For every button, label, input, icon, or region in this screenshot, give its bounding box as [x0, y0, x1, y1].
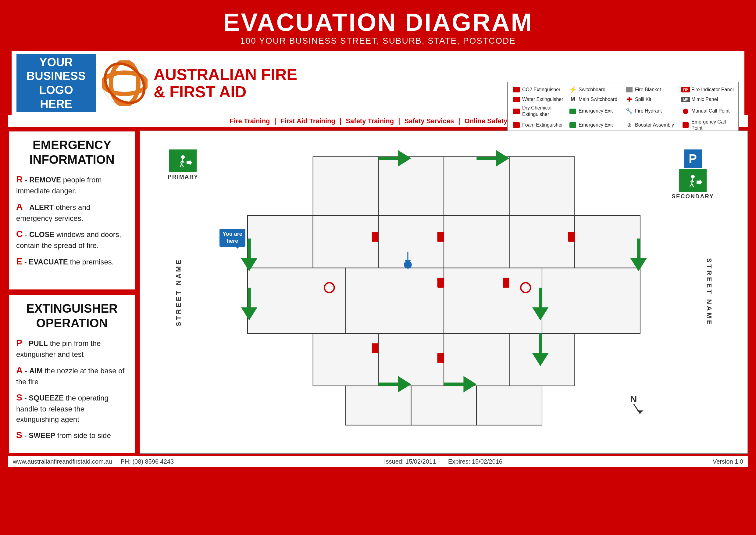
main-switchboard-icon: M: [569, 95, 577, 104]
svg-rect-54: [372, 343, 378, 353]
floor-plan-svg: N: [155, 140, 732, 435]
legend-fire-hydrant: 🔧 Fire Hydrant: [625, 105, 678, 118]
extinguisher-info-box: EXTINGUISHEROPERATION P - PULL the pin f…: [8, 294, 136, 454]
footer-website: www.australianfireandfirstaid.com.au PH:…: [13, 458, 174, 465]
svg-rect-53: [503, 278, 509, 288]
floor-plan: N: [155, 140, 732, 435]
race-a: A - ALERT others and emergency services.: [16, 200, 128, 224]
legend-foam-ext: Foam Extinguisher: [512, 119, 565, 132]
svg-rect-34: [313, 333, 379, 386]
dry-chem-icon: [512, 107, 521, 116]
extinguisher-title: EXTINGUISHEROPERATION: [16, 301, 128, 330]
svg-rect-39: [411, 386, 477, 425]
expires-date: Expires: 15/02/2016: [448, 458, 502, 465]
legend-main-switchboard: M Main Switchboard: [569, 95, 621, 104]
race-r: R - REMOVE people from immediate danger.: [16, 173, 128, 196]
svg-rect-38: [346, 386, 411, 425]
footer: www.australianfireandfirstaid.com.au PH:…: [8, 456, 748, 467]
issued-date: Issued: 15/02/2011: [384, 458, 436, 465]
svg-rect-22: [444, 157, 509, 216]
co2-icon: [512, 85, 521, 94]
page-title: EVACUATION DIAGRAM: [10, 10, 746, 35]
legend-emerg-exit1: Emergency Exit: [569, 105, 621, 118]
mimic-panel-icon: MP: [681, 95, 690, 104]
svg-rect-26: [378, 216, 444, 268]
emergency-info-box: EMERGENCYINFORMATION R - REMOVE people f…: [8, 130, 136, 290]
svg-rect-55: [438, 353, 444, 363]
svg-point-3: [102, 60, 148, 106]
svg-text:N: N: [631, 394, 637, 404]
fire-hydrant-icon: 🔧: [625, 107, 634, 116]
legend-fire-blanket: Fire Blanket: [625, 85, 678, 94]
main-content: EMERGENCYINFORMATION R - REMOVE people f…: [8, 130, 748, 454]
fip-icon: FIP: [681, 85, 690, 94]
legend-co2: CO2 Extinguisher: [512, 85, 565, 94]
legend-dry-chem: Dry Chemical Extinguisher: [512, 105, 565, 118]
svg-rect-28: [509, 216, 575, 268]
manual-call-icon: [681, 107, 690, 116]
legend-switchboard: ⚡ Switchboard: [569, 85, 621, 94]
svg-rect-33: [542, 268, 640, 334]
north-arrow-graphic: N: [631, 394, 643, 414]
svg-rect-21: [378, 157, 444, 216]
map-area: STREET NAME STREET NAME: [140, 130, 748, 454]
svg-rect-20: [313, 157, 379, 216]
pass-s1: S - SQUEEZE the operating handle to rele…: [16, 391, 128, 424]
svg-rect-32: [444, 268, 542, 334]
header: EVACUATION DIAGRAM 100 YOUR BUSINESS STR…: [4, 4, 752, 48]
svg-rect-50: [372, 232, 378, 242]
svg-rect-30: [248, 268, 346, 334]
race-e: E - EVACUATE the premises.: [16, 255, 128, 268]
legend-manual-call: Manual Call Point: [681, 105, 734, 118]
emerg-call-icon: [681, 121, 690, 129]
svg-rect-24: [248, 216, 313, 268]
page-subtitle: 100 YOUR BUSINESS STREET, SUBURB, STATE,…: [10, 36, 746, 46]
logo-placeholder: YOUR BUSINESS LOGO HERE: [16, 54, 96, 112]
foam-ext-icon: [512, 121, 521, 129]
legend-fip: FIP Fire Indicator Panel: [681, 85, 734, 94]
logo-row: YOUR BUSINESS LOGO HERE AUSTRALIAN FIRE …: [12, 51, 744, 115]
version: Version 1.0: [713, 458, 743, 465]
svg-rect-27: [444, 216, 509, 268]
water-ext-icon: [512, 95, 521, 104]
svg-marker-64: [637, 410, 643, 414]
emerg-exit1-icon: [569, 107, 577, 116]
legend-mimic-panel: MP Mimic Panel: [681, 95, 734, 104]
pass-p: P - PULL the pin from the extinguisher a…: [16, 336, 128, 360]
svg-point-59: [404, 261, 412, 269]
emerg-exit2-icon: [569, 121, 577, 129]
legend-emerg-call: Emergency Call Point: [681, 119, 734, 132]
switchboard-icon: ⚡: [569, 85, 577, 94]
svg-rect-29: [575, 216, 640, 268]
emergency-info-title: EMERGENCYINFORMATION: [16, 138, 128, 167]
spill-kit-icon: ✚: [625, 95, 634, 104]
legend-emerg-exit2: Emergency Exit: [569, 119, 621, 132]
svg-rect-23: [509, 157, 575, 216]
svg-rect-36: [444, 333, 509, 386]
svg-rect-51: [438, 232, 444, 242]
fire-blanket-icon: [625, 85, 634, 94]
legend-spill-kit: ✚ Spill Kit: [625, 95, 678, 104]
brand-text: AUSTRALIAN FIRE & FIRST AID: [154, 66, 297, 101]
svg-rect-31: [346, 268, 444, 334]
you-are-here-bubble: You arehere: [220, 229, 245, 247]
left-panel: EMERGENCYINFORMATION R - REMOVE people f…: [8, 130, 136, 454]
svg-rect-40: [476, 386, 542, 425]
svg-rect-52: [438, 278, 444, 288]
svg-rect-35: [378, 333, 444, 386]
pass-a: A - AIM the nozzle at the base of the fi…: [16, 364, 128, 387]
outer-border: EVACUATION DIAGRAM 100 YOUR BUSINESS STR…: [2, 2, 754, 533]
race-c: C - CLOSE windows and doors, contain the…: [16, 228, 128, 251]
pass-s2: S - SWEEP from side to side: [16, 429, 128, 441]
footer-dates: Issued: 15/02/2011 Expires: 15/02/2016: [384, 458, 502, 465]
svg-rect-25: [313, 216, 379, 268]
legend-booster: ⊕ Booster Assembly: [625, 119, 678, 132]
legend-water-ext: Water Extinguisher: [512, 95, 565, 104]
svg-rect-56: [568, 232, 575, 242]
brand-circle-icon: [102, 60, 148, 106]
booster-icon: ⊕: [625, 121, 634, 129]
